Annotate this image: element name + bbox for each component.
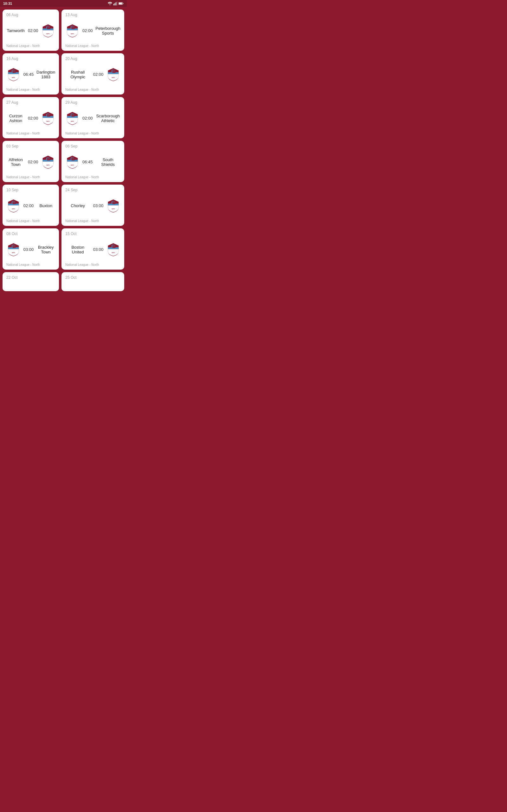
svg-rect-60: [74, 158, 75, 159]
svg-rect-86: [113, 245, 114, 247]
match-card[interactable]: 20 Aug Rushall Olympic 02:00 SUFC Nation…: [61, 53, 124, 95]
league-name: National League - North: [6, 88, 55, 91]
match-content: SUFC 03:00 Brackley Town: [6, 239, 55, 260]
svg-rect-24: [14, 70, 15, 72]
scunthorpe-logo: SUFC: [106, 242, 120, 257]
match-card[interactable]: 06 Aug Tamworth 02:00 SUFC National Leag…: [3, 9, 59, 51]
match-content: Alfreton Town 02:00 SUFC: [6, 151, 55, 173]
away-team: Peterborough Sports: [95, 26, 120, 36]
match-card[interactable]: 24 Sep Chorley 03:00 SUFC National Leagu…: [61, 185, 124, 226]
match-time: 03:00: [92, 203, 104, 208]
svg-rect-17: [73, 26, 74, 28]
svg-rect-8: [47, 26, 48, 28]
scunthorpe-logo: SUFC: [41, 23, 55, 38]
match-content: Curzon Ashton 02:00 SUFC: [6, 107, 55, 129]
match-card[interactable]: 15 Oct Boston United 03:00 SUFC National…: [61, 229, 124, 270]
svg-rect-82: [12, 247, 16, 248]
svg-rect-11: [50, 27, 50, 28]
league-name: National League - North: [65, 263, 120, 266]
svg-rect-37: [48, 113, 49, 116]
league-name: National League - North: [6, 219, 55, 223]
svg-rect-32: [115, 70, 116, 72]
away-team: Buxton: [37, 203, 55, 208]
status-icons: [108, 2, 124, 5]
match-time: 06:45: [81, 159, 94, 164]
svg-rect-3: [117, 2, 118, 5]
svg-rect-18: [74, 27, 75, 28]
league-name: National League - North: [65, 219, 120, 223]
match-card[interactable]: 22 Oct: [3, 272, 59, 291]
match-time: 02:00: [22, 203, 35, 208]
svg-rect-36: [47, 113, 48, 116]
match-time: 02:00: [27, 159, 39, 164]
match-time: 02:00: [27, 116, 39, 120]
league-name: National League - North: [65, 88, 120, 91]
svg-rect-50: [47, 157, 48, 159]
battery-icon: [118, 2, 124, 5]
svg-rect-2: [116, 2, 116, 5]
match-card[interactable]: 16 Aug SUFC 06:45 Darlington 1883 Nation…: [3, 53, 59, 95]
svg-rect-65: [13, 201, 14, 203]
svg-rect-0: [113, 4, 114, 5]
svg-rect-6: [123, 3, 123, 4]
match-date: 03 Sep: [6, 144, 55, 148]
match-time: 06:45: [22, 72, 35, 77]
home-team: Rushall Olympic: [65, 70, 90, 79]
svg-rect-40: [47, 116, 50, 117]
away-team: Scarborough Athletic: [95, 113, 120, 123]
match-content: SUFC 06:45 Darlington 1883: [6, 63, 55, 85]
match-date: 15 Oct: [65, 232, 120, 236]
svg-rect-39: [50, 114, 50, 116]
svg-rect-89: [112, 247, 116, 248]
match-time: 02:00: [27, 28, 39, 33]
match-card[interactable]: 27 Aug Curzon Ashton 02:00 SUFC National…: [3, 97, 59, 138]
match-date: 10 Sep: [6, 188, 55, 192]
league-name: National League - North: [65, 175, 120, 179]
match-card[interactable]: 29 Aug SUFC 02:00 Scarborough Athletic N…: [61, 97, 124, 138]
svg-rect-19: [71, 28, 75, 29]
scunthorpe-logo: SUFC: [65, 23, 79, 38]
scunthorpe-logo: SUFC: [65, 111, 79, 125]
svg-rect-79: [13, 245, 14, 247]
match-card[interactable]: 08 Oct SUFC 03:00 Brackley Town National…: [3, 229, 59, 270]
home-team: Boston United: [65, 245, 90, 254]
svg-rect-33: [112, 72, 116, 73]
match-card[interactable]: 25 Oct: [61, 272, 124, 291]
scunthorpe-logo: SUFC: [6, 67, 20, 82]
match-date: 16 Aug: [6, 56, 55, 61]
match-card[interactable]: 03 Sep Alfreton Town 02:00 SUFC National…: [3, 141, 59, 182]
svg-text:SUFC: SUFC: [71, 120, 74, 122]
match-content: Boston United 03:00 SUFC: [65, 239, 120, 260]
match-card[interactable]: 10 Sep SUFC 02:00 Buxton National League…: [3, 185, 59, 226]
svg-rect-75: [112, 203, 116, 204]
scunthorpe-logo: SUFC: [41, 111, 55, 125]
scunthorpe-logo: SUFC: [41, 155, 55, 169]
svg-rect-38: [49, 113, 49, 116]
svg-rect-71: [112, 201, 113, 203]
svg-text:SUFC: SUFC: [46, 120, 50, 122]
svg-rect-64: [12, 201, 13, 203]
svg-rect-9: [48, 26, 49, 28]
svg-rect-81: [15, 246, 16, 247]
svg-rect-15: [71, 26, 72, 28]
scunthorpe-logo: SUFC: [106, 67, 120, 82]
svg-rect-74: [115, 202, 116, 203]
svg-rect-53: [50, 158, 50, 159]
match-card[interactable]: 06 Sep SUFC 06:45 South Shields National…: [61, 141, 124, 182]
home-team: Alfreton Town: [6, 157, 25, 167]
match-content: SUFC 02:00 Buxton: [6, 195, 55, 217]
match-date: 25 Oct: [65, 275, 120, 280]
scunthorpe-logo: SUFC: [6, 199, 20, 213]
wifi-icon: [108, 2, 112, 5]
svg-rect-68: [12, 203, 16, 204]
svg-rect-78: [12, 245, 13, 247]
match-content: SUFC 02:00 Peterborough Sports: [65, 20, 120, 42]
svg-rect-5: [119, 3, 122, 4]
match-time: 03:00: [92, 247, 104, 252]
svg-text:SUFC: SUFC: [12, 208, 15, 210]
home-team: Chorley: [65, 203, 90, 208]
svg-text:SUFC: SUFC: [12, 252, 15, 253]
match-card[interactable]: 13 Aug SUFC 02:00 Peterborough Sports Na…: [61, 9, 124, 51]
svg-rect-43: [71, 113, 72, 116]
svg-rect-87: [114, 245, 115, 247]
